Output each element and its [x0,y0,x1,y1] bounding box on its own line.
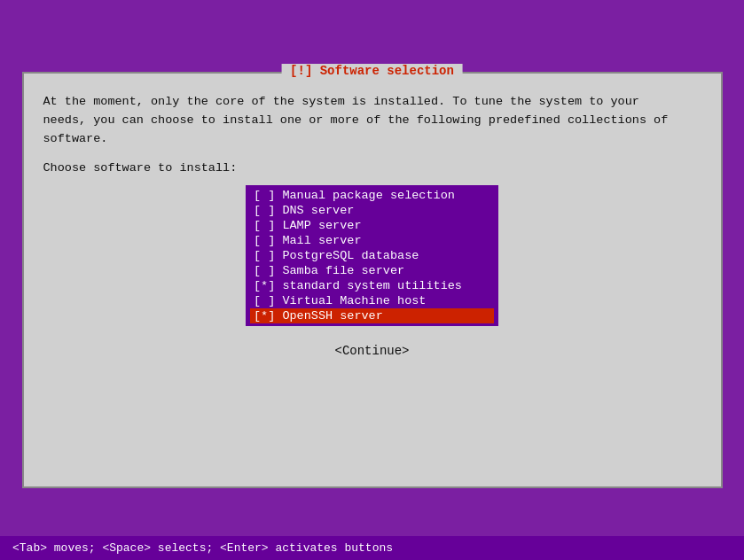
list-item-standard[interactable]: [*] standard system utilities [250,278,494,293]
list-item-postgresql[interactable]: [ ] PostgreSQL database [250,248,494,263]
desc-line1: At the moment, only the core of the syst… [43,93,701,112]
status-text: <Tab> moves; <Space> selects; <Enter> ac… [12,541,393,555]
status-bar: <Tab> moves; <Space> selects; <Enter> ac… [0,536,744,560]
list-item-dns[interactable]: [ ] DNS server [250,203,494,218]
choose-label: Choose software to install: [43,161,701,175]
list-item-lamp[interactable]: [ ] LAMP server [250,218,494,233]
description-text: At the moment, only the core of the syst… [43,93,701,149]
list-item-mail[interactable]: [ ] Mail server [250,233,494,248]
dialog-title: [!] Software selection [290,64,454,78]
list-item-vhost[interactable]: [ ] Virtual Machine host [250,293,494,308]
list-item-openssh[interactable]: [*] OpenSSH server [250,308,494,323]
dialog-titlebar: [!] Software selection [281,64,463,78]
dialog-box: [!] Software selection At the moment, on… [22,72,723,488]
software-list[interactable]: [ ] Manual package selection[ ] DNS serv… [246,185,498,326]
desc-line3: software. [43,130,701,149]
continue-button[interactable]: <Continue> [325,342,418,360]
desc-line2: needs, you can choose to install one or … [43,112,701,130]
list-item-manual[interactable]: [ ] Manual package selection [250,188,494,203]
list-item-samba[interactable]: [ ] Samba file server [250,263,494,278]
